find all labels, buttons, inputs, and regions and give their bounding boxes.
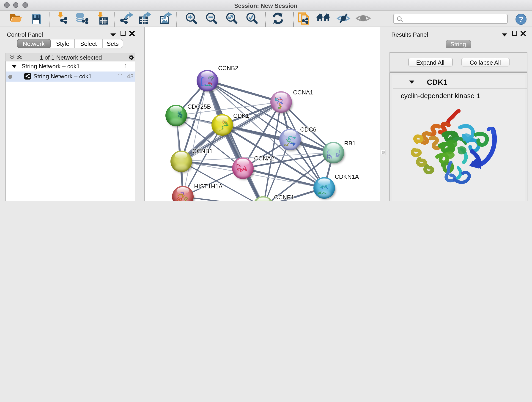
- svg-text:?: ?: [519, 15, 523, 23]
